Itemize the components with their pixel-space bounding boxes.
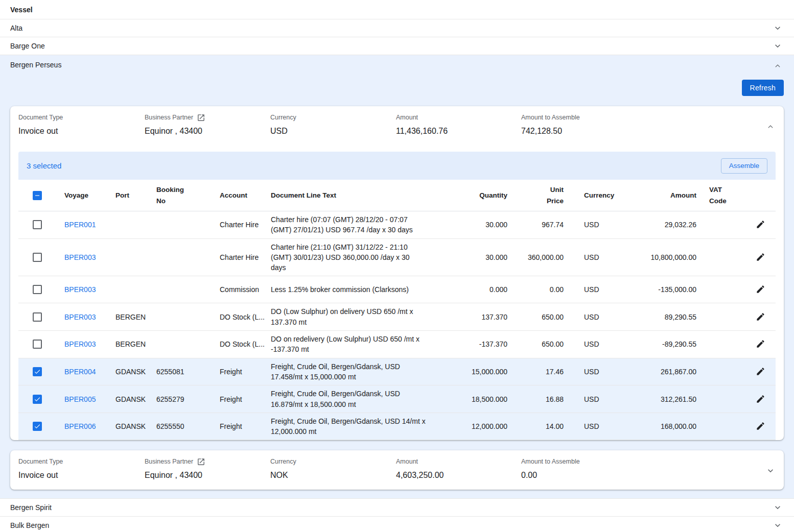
row-checkbox[interactable]: [33, 367, 42, 376]
edit-line-button[interactable]: [755, 283, 766, 295]
cell-vat-code: [696, 369, 745, 375]
voyage-link[interactable]: BPER005: [64, 395, 96, 403]
edit-line-button[interactable]: [755, 420, 766, 432]
field-amount-to-assemble: Amount to Assemble 0.00: [521, 457, 760, 480]
edit-line-button[interactable]: [755, 338, 766, 350]
voyage-link[interactable]: BPER003: [64, 340, 96, 348]
cell-vat-code: [696, 222, 745, 228]
pencil-icon: [756, 394, 765, 404]
cell-unit-price: 650.00: [507, 337, 564, 351]
header-quantity: Quantity: [446, 188, 507, 202]
table-row: BPER006 GDANSK 6255550 Freight Freight, …: [18, 413, 776, 441]
cell-unit-price: 0.00: [507, 282, 564, 297]
cell-currency: USD: [564, 282, 604, 297]
header-currency: Currency: [564, 188, 604, 202]
row-checkbox[interactable]: [33, 253, 42, 262]
cell-booking-no: [156, 254, 220, 260]
pencil-icon: [756, 284, 765, 294]
voyage-link[interactable]: BPER006: [64, 422, 96, 430]
field-document-type: Document Type Invoice out: [18, 113, 145, 136]
cell-currency: USD: [564, 337, 604, 351]
collapse-card-icon[interactable]: [765, 122, 776, 132]
edit-line-button[interactable]: [755, 251, 766, 263]
accordion-item-bulk-bergen[interactable]: Bulk Bergen: [0, 517, 794, 532]
open-in-new-icon[interactable]: [197, 457, 205, 466]
cell-document-line-text: Charter hire (07:07 (GMT) 28/12/20 - 07:…: [271, 211, 446, 238]
pencil-icon: [756, 252, 765, 262]
table-row: BPER004 GDANSK 6255081 Freight Freight, …: [18, 358, 776, 386]
open-in-new-icon[interactable]: [197, 113, 205, 122]
cell-document-line-text: Freight, Crude Oil, Bergen/Gdansk, USD 1…: [271, 358, 446, 385]
header-account: Account: [220, 188, 271, 202]
field-document-type: Document Type Invoice out: [18, 457, 145, 480]
refresh-button[interactable]: Refresh: [742, 80, 784, 96]
cell-vat-code: [696, 254, 745, 260]
cell-document-line-text: Charter hire (21:10 (GMT) 31/12/22 - 21:…: [271, 239, 446, 276]
accordion-item-bergen-perseus[interactable]: Bergen Perseus: [0, 55, 794, 71]
accordion-item-bergen-spirit[interactable]: Bergen Spirit: [0, 499, 794, 517]
document-card-nok: Document Type Invoice out Business Partn…: [10, 450, 784, 490]
currency-label: Currency: [270, 113, 396, 122]
voyage-link[interactable]: BPER004: [64, 368, 96, 376]
row-checkbox[interactable]: [33, 285, 42, 294]
cell-currency: USD: [564, 217, 604, 232]
cell-currency: USD: [564, 419, 604, 433]
cell-vat-code: [696, 396, 745, 402]
document-type-label: Document Type: [18, 113, 145, 122]
document-type-value: Invoice out: [18, 471, 145, 480]
assemble-button[interactable]: Assemble: [721, 158, 767, 174]
table-row: BPER003 Charter Hire Charter hire (21:10…: [18, 239, 776, 277]
cell-amount: -135,000.00: [604, 282, 696, 297]
amount-to-assemble-value: 0.00: [521, 471, 760, 480]
cell-vat-code: [696, 286, 745, 293]
accordion-label: Bergen Spirit: [10, 503, 52, 512]
row-checkbox[interactable]: [33, 395, 42, 404]
voyage-link[interactable]: BPER003: [64, 285, 96, 294]
cell-account: Freight: [220, 365, 271, 379]
currency-value: NOK: [270, 471, 396, 480]
header-vat-code: VAT Code: [709, 184, 739, 206]
pencil-icon: [756, 339, 765, 349]
select-all-checkbox[interactable]: [33, 191, 42, 200]
voyage-link[interactable]: BPER001: [64, 221, 96, 229]
document-summary: Document Type Invoice out Business Partn…: [10, 450, 784, 490]
chevron-down-icon: [773, 23, 783, 33]
edit-line-button[interactable]: [755, 393, 766, 405]
cell-quantity: 15,000.000: [446, 365, 507, 379]
field-amount: Amount 4,603,250.00: [396, 457, 521, 480]
row-checkbox[interactable]: [33, 220, 42, 229]
voyage-link[interactable]: BPER003: [64, 313, 96, 321]
pencil-icon: [756, 312, 765, 322]
table-row: BPER003 Commission Less 1.25% broker com…: [18, 276, 776, 303]
pencil-icon: [756, 421, 765, 431]
cell-booking-no: 6255081: [156, 365, 220, 379]
document-type-label: Document Type: [18, 457, 145, 466]
header-port: Port: [115, 188, 156, 202]
cell-vat-code: [696, 314, 745, 320]
cell-port: BERGEN: [115, 310, 156, 324]
cell-currency: USD: [564, 250, 604, 264]
voyage-link[interactable]: BPER003: [64, 253, 96, 261]
cell-amount: 312,261.50: [604, 392, 696, 406]
edit-line-button[interactable]: [755, 311, 766, 323]
cell-unit-price: 16.88: [507, 392, 564, 406]
cell-account: DO Stock (L...: [220, 310, 271, 324]
expand-card-icon[interactable]: [765, 466, 776, 476]
field-business-partner: Business Partner Equinor , 43400: [145, 113, 270, 136]
row-checkbox[interactable]: [33, 340, 42, 349]
edit-line-button[interactable]: [755, 219, 766, 230]
accordion-item-alta[interactable]: Alta: [0, 19, 794, 37]
cell-amount: 261,867.00: [604, 365, 696, 379]
row-checkbox[interactable]: [33, 312, 42, 322]
cell-port: GDANSK: [115, 392, 156, 406]
row-checkbox[interactable]: [33, 422, 42, 431]
cell-unit-price: 967.74: [507, 217, 564, 232]
cell-quantity: 12,000.000: [446, 419, 507, 433]
accordion-item-barge-one[interactable]: Barge One: [0, 37, 794, 55]
edit-line-button[interactable]: [755, 366, 766, 377]
cell-amount: 10,800,000.00: [604, 250, 696, 264]
cell-amount: 89,290.55: [604, 310, 696, 324]
cell-vat-code: [696, 423, 745, 429]
amount-label: Amount: [396, 113, 521, 122]
table-row: BPER003 BERGEN DO Stock (L... DO (Low Su…: [18, 303, 776, 331]
